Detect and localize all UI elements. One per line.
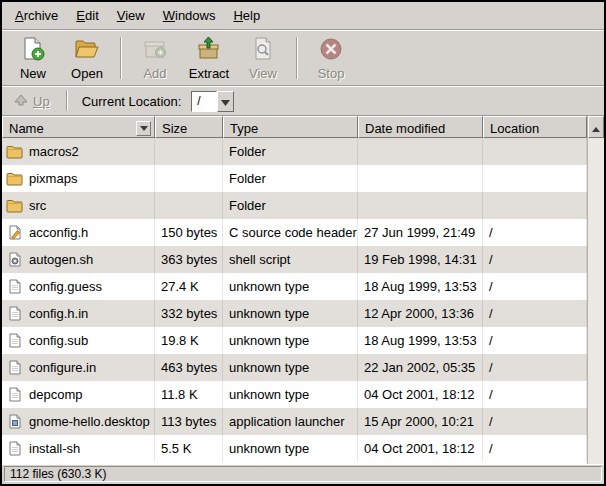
script-file-icon [5,252,24,267]
file-location-cell: / [483,381,587,408]
file-date-cell: 18 Aug 1999, 13:53 [358,327,483,354]
file-date-cell: 15 Apr 2000, 10:21 [358,408,483,435]
table-row[interactable]: configure.in463 bytesunknown type22 Jan … [2,354,587,381]
file-location-cell: / [483,246,587,273]
menu-archive[interactable]: Archive [6,4,67,27]
file-date-cell: 27 Jun 1999, 21:49 [358,219,483,246]
file-name-cell: acconfig.h [2,219,155,246]
view-button[interactable]: View [236,33,290,83]
file-type-cell: unknown type [223,300,358,327]
file-name-cell: configure.in [2,354,155,381]
vertical-scrollbar[interactable] [587,116,604,464]
file-date-cell [358,192,483,219]
menu-help[interactable]: Help [224,4,269,27]
file-name: configure.in [29,360,96,375]
column-header-location[interactable]: Location [483,116,587,138]
file-name: depcomp [29,387,82,402]
table-row[interactable]: install-sh5.5 Kunknown type04 Oct 2001, … [2,435,587,462]
stop-icon [318,36,344,65]
file-date-cell [358,138,483,165]
scroll-up-button[interactable] [588,116,604,138]
folder-icon [5,172,24,186]
table-row[interactable]: pixmapsFolder [2,165,587,192]
file-name-cell: depcomp [2,381,155,408]
file-size-cell: 150 bytes [155,219,223,246]
file-type-cell: unknown type [223,273,358,300]
file-size-cell: 332 bytes [155,300,223,327]
new-archive-icon [20,36,46,65]
file-location-cell [483,165,587,192]
file-size-cell: 11.8 K [155,381,223,408]
location-value: / [191,91,217,112]
menubar: Archive Edit View Windows Help [2,2,604,30]
toolbar-separator [120,37,122,79]
file-name: src [29,198,46,213]
toolbar: New Open Add Extract View [2,30,604,86]
file-size-cell [155,165,223,192]
menu-view[interactable]: View [108,4,154,27]
file-name-cell: macros2 [2,138,155,165]
scrollbar-trough[interactable] [588,138,604,464]
file-table-body: macros2FolderpixmapsFoldersrcFolderaccon… [2,138,587,464]
scroll-up-arrow-icon [592,120,600,135]
location-combobox[interactable]: / [191,91,234,112]
table-row[interactable]: gnome-hello.desktop113 bytesapplication … [2,408,587,435]
table-header: Name Size Type Date modified Location [2,116,587,138]
generic-file-icon [5,387,24,402]
table-row[interactable]: depcomp11.8 Kunknown type04 Oct 2001, 18… [2,381,587,408]
file-size-cell: 113 bytes [155,408,223,435]
column-header-date-modified[interactable]: Date modified [358,116,483,138]
add-button[interactable]: Add [128,33,182,83]
menu-edit[interactable]: Edit [67,4,107,27]
file-type-cell: Folder [223,138,358,165]
file-type-cell: unknown type [223,381,358,408]
up-button[interactable]: Up [6,90,58,113]
open-button-label: Open [71,66,103,81]
new-button-label: New [20,66,46,81]
table-row[interactable]: config.sub19.8 Kunknown type18 Aug 1999,… [2,327,587,354]
file-table: Name Size Type Date modified Location ma… [2,116,604,464]
file-type-cell: shell script [223,246,358,273]
stop-button[interactable]: Stop [304,33,358,83]
file-size-cell: 27.4 K [155,273,223,300]
file-name-cell: install-sh [2,435,155,462]
generic-file-icon [5,306,24,321]
location-bar: Up Current Location: / [2,86,604,116]
view-button-label: View [249,66,277,81]
chevron-down-icon [221,94,230,109]
sort-indicator-icon[interactable] [136,121,151,136]
table-row[interactable]: srcFolder [2,192,587,219]
file-size-cell [155,138,223,165]
view-file-icon [250,36,276,65]
column-header-size[interactable]: Size [155,116,223,138]
file-name-cell: pixmaps [2,165,155,192]
file-size-cell: 463 bytes [155,354,223,381]
file-location-cell [483,138,587,165]
table-row[interactable]: macros2Folder [2,138,587,165]
generic-file-icon [5,360,24,375]
column-header-type[interactable]: Type [223,116,358,138]
location-dropdown-button[interactable] [217,91,234,112]
open-button[interactable]: Open [60,33,114,83]
file-location-cell: / [483,354,587,381]
file-location-cell: / [483,435,587,462]
file-name-cell: config.h.in [2,300,155,327]
up-arrow-icon [14,94,28,109]
file-date-cell [358,165,483,192]
menu-windows[interactable]: Windows [154,4,225,27]
extract-button[interactable]: Extract [182,33,236,83]
column-header-name-label: Name [9,121,44,136]
table-row[interactable]: acconfig.h150 bytesC source code header2… [2,219,587,246]
statusbar: 112 files (630.3 K) [2,464,604,484]
table-row[interactable]: config.guess27.4 Kunknown type18 Aug 199… [2,273,587,300]
column-header-name[interactable]: Name [2,116,155,138]
new-button[interactable]: New [6,33,60,83]
table-row[interactable]: config.h.in332 bytesunknown type12 Apr 2… [2,300,587,327]
extract-button-label: Extract [189,66,229,81]
file-type-cell: unknown type [223,327,358,354]
file-name: install-sh [29,441,80,456]
stop-button-label: Stop [318,66,345,81]
folder-icon [5,145,24,159]
table-row[interactable]: autogen.sh363 bytesshell script19 Feb 19… [2,246,587,273]
file-name-cell: gnome-hello.desktop [2,408,155,435]
